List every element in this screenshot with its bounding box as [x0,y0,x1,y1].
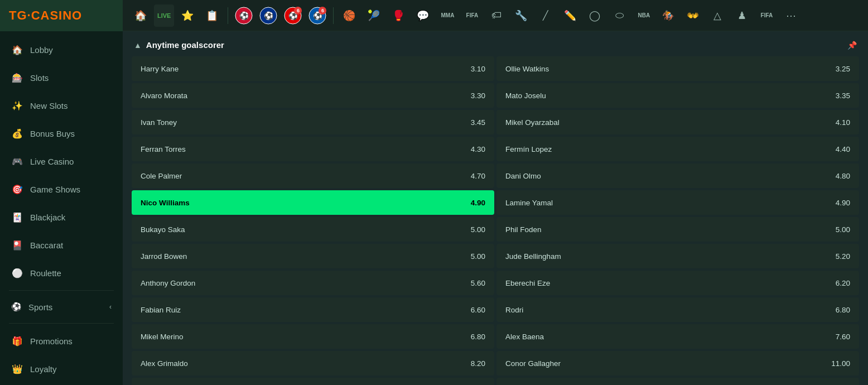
sidebar-item-blackjack[interactable]: 🃏 Blackjack [0,203,123,231]
sort-icon: ▲ [134,41,142,50]
sidebar-item-roulette[interactable]: ⚪ Roulette [0,259,123,287]
odds-value: 3.35 [836,92,850,100]
odds-row-right[interactable]: Jude Bellingham 5.20 [496,244,859,268]
nav-divider-1 [9,290,114,291]
player-name: Rodri [505,306,523,314]
tag-nav-btn[interactable]: 🏷 [485,4,508,27]
odds-row-right[interactable]: Phil Foden 5.00 [496,217,859,242]
circle-nav-btn[interactable]: ◯ [584,4,606,27]
horse-nav-btn[interactable]: 🏇 [657,4,679,27]
odds-row-left[interactable]: Martin Zubimendi 11.00 [132,378,494,385]
sidebar-label-bonus-buys: Bonus Buys [30,129,75,138]
loyalty-icon: 👑 [11,363,23,375]
sidebar-item-new-slots[interactable]: ✨ New Slots [0,92,123,119]
odds-value: 7.60 [836,333,850,341]
player-name: Ferran Torres [141,145,186,153]
odds-value: 6.60 [471,306,485,314]
live-nav-btn[interactable]: LIVE [154,4,174,27]
no-nav-btn[interactable]: ╱ [534,4,557,27]
chat-nav-btn[interactable]: 💬 [412,4,434,27]
odds-row-left[interactable]: Jarrod Bowen 5.00 [132,244,494,268]
hands-nav-btn[interactable]: 👐 [682,4,704,27]
odds-row-right[interactable]: Alex Baena 7.60 [496,324,859,349]
top-nav: 🏠 LIVE ⭐ 📋 ⚽ ⚽ ⚽ 6 ⚽ 6 🏀 🎾 🥊 💬 MMA FIFA … [123,0,868,31]
player-name: Mikel Merino [141,333,184,341]
sidebar-item-baccarat[interactable]: 🎴 Baccarat [0,231,123,259]
odds-row-right[interactable]: Conor Gallagher 11.00 [496,351,859,376]
odds-row-right[interactable]: Kobbie Mainoo 12.00 [496,378,859,385]
more-nav-btn[interactable]: ⋯ [780,4,802,27]
odds-row-left[interactable]: Alex Grimaldo 8.20 [132,351,494,376]
sidebar-item-promotions[interactable]: 🎁 Promotions [0,327,123,355]
sidebar-item-loyalty[interactable]: 👑 Loyalty [0,355,123,383]
sidebar-label-blackjack: Blackjack [30,213,65,222]
sidebar-item-live-casino[interactable]: 🎮 Live Casino [0,147,123,175]
odds-row-left[interactable]: Cole Palmer 4.70 [132,163,494,188]
odds-row-right[interactable]: Mikel Oyarzabal 4.10 [496,110,859,134]
odds-value: 3.45 [471,118,485,127]
tools-nav-btn[interactable]: 🔧 [510,4,532,27]
triangle-nav-btn[interactable]: △ [706,4,729,27]
pin-icon[interactable]: 📌 [847,41,857,50]
odds-row-left[interactable]: Anthony Gordon 5.60 [132,271,494,295]
odds-row-left[interactable]: Bukayo Saka 5.00 [132,217,494,242]
nav-separator-2 [333,7,334,24]
chess-nav-btn[interactable]: ♟ [731,4,753,27]
disc-nav-btn[interactable]: ⬭ [608,4,630,27]
sidebar-item-lobby[interactable]: 🏠 Lobby [0,36,123,64]
odds-grid: Harry Kane 3.10 Ollie Watkins 3.25 Alvar… [132,56,859,385]
sidebar-item-ac-milan[interactable]: 🔴 AC Milan [0,383,123,385]
nav-divider-2 [9,323,114,324]
team1-nav-btn[interactable]: ⚽ [233,4,255,27]
odds-row-left[interactable]: Alvaro Morata 3.30 [132,83,494,108]
volta-nav-btn[interactable]: FIFA [755,4,778,27]
odds-row-right[interactable]: Fermín Lopez 4.40 [496,137,859,161]
history-nav-btn[interactable]: 📋 [201,4,223,27]
player-name: Alvaro Morata [141,92,187,100]
basketball-nav-btn[interactable]: 🏀 [338,4,360,27]
odds-value: 3.10 [471,65,485,73]
odds-row-right[interactable]: Ollie Watkins 3.25 [496,56,859,81]
nba-nav-btn[interactable]: NBA [633,4,655,27]
odds-row-right[interactable]: Rodri 6.80 [496,297,859,322]
team4-nav-btn[interactable]: ⚽ 6 [306,4,329,27]
sidebar-item-bonus-buys[interactable]: 💰 Bonus Buys [0,119,123,147]
boxing-nav-btn[interactable]: 🥊 [387,4,409,27]
odds-value: 5.00 [471,252,485,261]
odds-row-right[interactable]: Eberechi Eze 6.20 [496,271,859,295]
odds-row-right[interactable]: Lamine Yamal 4.90 [496,190,859,215]
odds-row-left[interactable]: Fabian Ruiz 6.60 [132,297,494,322]
fifa-nav-btn[interactable]: FIFA [461,4,483,27]
odds-row-left[interactable]: Mikel Merino 6.80 [132,324,494,349]
player-name: Phil Foden [505,225,542,234]
odds-value: 4.30 [471,145,485,153]
mma-nav-btn[interactable]: MMA [436,4,459,27]
favorites-nav-btn[interactable]: ⭐ [176,4,199,27]
odds-row-right[interactable]: Mato Joselu 3.35 [496,83,859,108]
player-name: Bukayo Saka [141,225,185,234]
odds-row-right[interactable]: Dani Olmo 4.80 [496,163,859,188]
section-title: Anytime goalscorer [146,40,224,50]
sidebar-label-sports: Sports [28,302,52,312]
home-icon: 🏠 [11,44,23,56]
sidebar-item-slots[interactable]: 🎰 Slots [0,64,123,92]
odds-row-left[interactable]: Nico Williams 4.90 [132,190,494,215]
odds-value: 8.20 [471,359,485,368]
odds-row-left[interactable]: Ivan Toney 3.45 [132,110,494,134]
home-nav-btn[interactable]: 🏠 [129,4,152,27]
sidebar-label-lobby: Lobby [30,45,53,55]
team2-nav-btn[interactable]: ⚽ [257,4,279,27]
player-name: Conor Gallagher [505,359,561,368]
odds-row-left[interactable]: Ferran Torres 4.30 [132,137,494,161]
odds-value: 11.00 [831,359,850,368]
team3-nav-btn[interactable]: ⚽ 6 [282,4,304,27]
odds-value: 3.25 [836,65,850,73]
odds-row-left[interactable]: Harry Kane 3.10 [132,56,494,81]
edit-nav-btn[interactable]: ✏️ [559,4,581,27]
bonus-buys-icon: 💰 [11,127,23,139]
player-name: Cole Palmer [141,172,182,180]
tennis-nav-btn[interactable]: 🎾 [363,4,385,27]
sidebar-item-game-shows[interactable]: 🎯 Game Shows [0,175,123,203]
sidebar-item-sports[interactable]: ⚽ Sports ‹ [0,294,123,320]
odds-value: 6.20 [836,279,850,287]
